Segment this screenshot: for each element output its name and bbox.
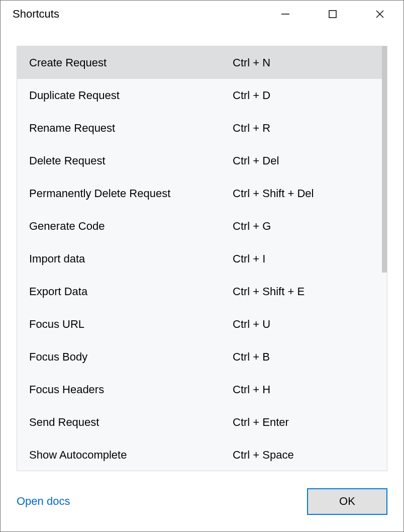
shortcut-keys: Ctrl + U xyxy=(233,318,375,331)
shortcut-row[interactable]: Export DataCtrl + Shift + E xyxy=(17,275,387,308)
shortcut-label: Focus URL xyxy=(29,318,233,331)
titlebar: Shortcuts xyxy=(1,1,403,28)
shortcut-label: Rename Request xyxy=(29,122,233,135)
content-area: Create RequestCtrl + NDuplicate RequestC… xyxy=(1,28,403,471)
shortcut-row[interactable]: Generate CodeCtrl + G xyxy=(17,210,387,242)
shortcut-label: Duplicate Request xyxy=(29,89,233,102)
shortcut-label: Show Autocomplete xyxy=(29,449,233,462)
shortcut-keys: Ctrl + Space xyxy=(233,449,375,462)
shortcut-keys: Ctrl + R xyxy=(233,122,375,135)
shortcut-row[interactable]: Import dataCtrl + I xyxy=(17,242,387,275)
shortcut-label: Export Data xyxy=(29,285,233,298)
shortcut-keys: Ctrl + Del xyxy=(233,154,375,167)
shortcut-keys: Ctrl + Shift + E xyxy=(233,285,375,298)
shortcuts-scroll[interactable]: Create RequestCtrl + NDuplicate RequestC… xyxy=(17,46,387,471)
shortcut-label: Send Request xyxy=(29,416,233,429)
shortcut-keys: Ctrl + H xyxy=(233,383,375,396)
shortcut-row[interactable]: Focus BodyCtrl + B xyxy=(17,340,387,373)
shortcut-row[interactable]: Permanently Delete RequestCtrl + Shift +… xyxy=(17,177,387,210)
shortcut-label: Create Request xyxy=(29,56,233,69)
shortcut-keys: Ctrl + D xyxy=(233,89,375,102)
shortcuts-dialog: Shortcuts Create RequestCtrl + N xyxy=(0,0,404,532)
shortcut-keys: Ctrl + N xyxy=(233,56,375,69)
titlebar-buttons xyxy=(262,1,403,28)
ok-button[interactable]: OK xyxy=(307,488,387,515)
shortcut-row[interactable]: Focus URLCtrl + U xyxy=(17,308,387,340)
close-icon xyxy=(375,9,385,19)
shortcut-keys: Ctrl + Enter xyxy=(233,416,375,429)
scrollbar-thumb[interactable] xyxy=(382,46,387,273)
open-docs-link[interactable]: Open docs xyxy=(17,495,70,508)
close-button[interactable] xyxy=(356,1,403,28)
shortcut-row[interactable]: Delete RequestCtrl + Del xyxy=(17,144,387,177)
shortcuts-list: Create RequestCtrl + NDuplicate RequestC… xyxy=(17,46,387,471)
shortcut-label: Import data xyxy=(29,252,233,265)
svg-rect-1 xyxy=(329,11,336,18)
shortcut-keys: Ctrl + G xyxy=(233,220,375,233)
shortcut-label: Generate Code xyxy=(29,220,233,233)
shortcut-label: Focus Body xyxy=(29,350,233,364)
shortcut-keys: Ctrl + B xyxy=(233,350,375,364)
shortcut-keys: Ctrl + Shift + Del xyxy=(233,187,375,200)
shortcut-row[interactable]: Duplicate RequestCtrl + D xyxy=(17,79,387,112)
shortcut-label: Delete Request xyxy=(29,154,233,167)
maximize-icon xyxy=(328,9,338,19)
window-title: Shortcuts xyxy=(13,8,262,21)
shortcut-row[interactable]: Rename RequestCtrl + R xyxy=(17,112,387,144)
shortcut-row[interactable]: Send RequestCtrl + Enter xyxy=(17,406,387,438)
shortcut-row[interactable]: Show AutocompleteCtrl + Space xyxy=(17,438,387,471)
dialog-footer: Open docs OK xyxy=(1,471,403,531)
minimize-icon xyxy=(280,9,290,19)
shortcut-keys: Ctrl + I xyxy=(233,252,375,265)
maximize-button[interactable] xyxy=(309,1,356,28)
shortcut-label: Permanently Delete Request xyxy=(29,187,233,200)
shortcut-row[interactable]: Focus HeadersCtrl + H xyxy=(17,373,387,406)
scrollbar-track[interactable] xyxy=(382,46,387,471)
shortcut-row[interactable]: Create RequestCtrl + N xyxy=(17,46,387,79)
shortcut-label: Focus Headers xyxy=(29,383,233,396)
minimize-button[interactable] xyxy=(262,1,309,28)
